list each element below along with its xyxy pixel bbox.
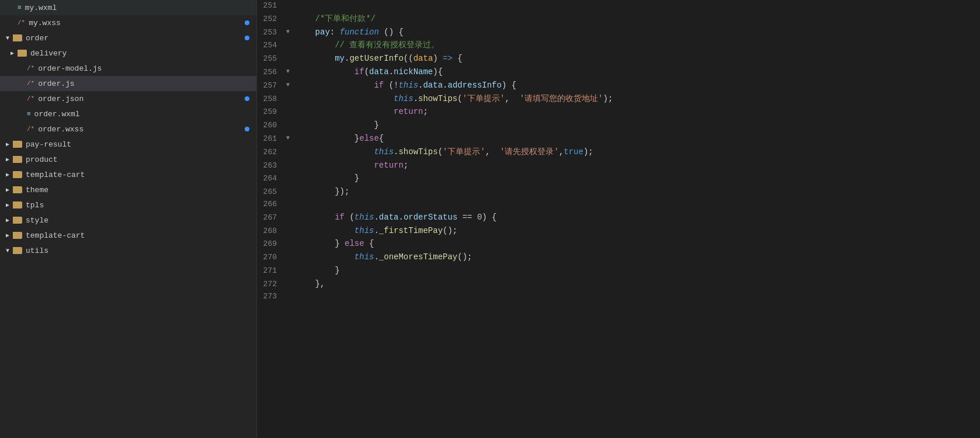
sidebar-item-order-json[interactable]: /* order.json (0, 91, 256, 106)
line-num-258: 258 (257, 92, 286, 106)
fold-257: ▼ (286, 79, 296, 92)
code-267: if (this.data.orderStatus == 0) { (296, 211, 980, 224)
sidebar-label-pay-result: pay-result (26, 140, 71, 149)
code-260: } (296, 119, 980, 132)
sidebar-label-template-cart2: template-cart (26, 231, 85, 240)
sidebar-label-theme: theme (26, 186, 48, 194)
code-editor[interactable]: 251 252 /*下单和付款*/ 253 ▼ pay: function ()… (257, 0, 980, 438)
line-num-272: 272 (257, 277, 286, 291)
code-254: // 查看有没有授权登录过。 (296, 39, 980, 52)
code-266 (296, 199, 980, 211)
code-259: return; (296, 105, 980, 119)
sidebar-item-my-wxml[interactable]: ≡ my.wxml (0, 0, 256, 15)
sidebar-item-my-wxss[interactable]: /* my.wxss (0, 15, 256, 30)
modified-dot-my-wxss (245, 20, 249, 25)
sidebar-item-order-wxml[interactable]: ≡ order.wxml (0, 106, 256, 121)
line-num-256: 256 (257, 65, 286, 79)
fold-273 (286, 291, 296, 303)
code-263: return; (296, 159, 980, 172)
sidebar-item-order-model-js[interactable]: /* order-model.js (0, 61, 256, 76)
sidebar-label-my-wxss: my.wxss (29, 19, 61, 27)
code-258: this.showTips('下单提示', '请填写您的收货地址'); (296, 92, 980, 106)
folder-icon-delivery (18, 50, 27, 57)
line-num-263: 263 (257, 159, 286, 172)
line-258: 258 this.showTips('下单提示', '请填写您的收货地址'); (257, 92, 980, 106)
sidebar-item-utils[interactable]: utils (0, 243, 256, 258)
fold-253: ▼ (286, 26, 296, 39)
code-273 (296, 291, 980, 303)
js-icon-order: /* (27, 80, 34, 87)
fold-272 (286, 277, 296, 291)
line-num-266: 266 (257, 199, 286, 211)
line-254: 254 // 查看有没有授权登录过。 (257, 39, 980, 52)
sidebar-item-delivery[interactable]: delivery (0, 46, 256, 61)
line-259: 259 return; (257, 105, 980, 119)
code-262: this.showTips('下单提示', '请先授权登录',true); (296, 145, 980, 159)
code-253: pay: function () { (296, 26, 980, 39)
line-num-252: 252 (257, 12, 286, 26)
line-num-261: 261 (257, 132, 286, 145)
folder-icon-style (13, 217, 22, 224)
fold-251 (286, 0, 296, 12)
folder-icon-product (13, 156, 22, 163)
arrow-product (5, 156, 11, 163)
fold-265 (286, 185, 296, 199)
sidebar-item-order[interactable]: order (0, 30, 256, 46)
sidebar-item-order-wxss[interactable]: /* order.wxss (0, 121, 256, 137)
line-num-268: 268 (257, 224, 286, 238)
line-263: 263 return; (257, 159, 980, 172)
arrow-theme (5, 186, 11, 193)
line-num-264: 264 (257, 172, 286, 185)
line-num-255: 255 (257, 52, 286, 65)
css-icon: /* (18, 19, 25, 26)
xml-icon: ≡ (18, 4, 22, 11)
line-num-253: 253 (257, 26, 286, 39)
folder-icon-utils (13, 247, 22, 254)
modified-dot-order-wxss (245, 127, 249, 131)
line-272: 272 }, (257, 277, 980, 291)
sidebar-item-tpls[interactable]: tpls (0, 197, 256, 213)
line-273: 273 (257, 291, 980, 303)
xml-icon-order: ≡ (27, 110, 31, 117)
sidebar-item-template-cart2[interactable]: template-cart (0, 228, 256, 243)
fold-269 (286, 237, 296, 251)
sidebar-label-order: order (26, 34, 48, 43)
modified-dot-order (245, 36, 249, 40)
line-261: 261 ▼ }else{ (257, 132, 980, 145)
code-261: }else{ (296, 132, 980, 145)
code-272: }, (296, 277, 980, 291)
sidebar-item-order-js[interactable]: /* order.js (0, 76, 256, 91)
code-271: } (296, 264, 980, 277)
sidebar-item-template-cart[interactable]: template-cart (0, 167, 256, 182)
sidebar-item-style[interactable]: style (0, 213, 256, 228)
folder-icon-order (13, 34, 22, 41)
code-256: if(data.nickName){ (296, 65, 980, 79)
fold-258 (286, 92, 296, 106)
line-252: 252 /*下单和付款*/ (257, 12, 980, 26)
code-270: this._oneMoresTimePay(); (296, 251, 980, 264)
folder-icon-template-cart (13, 171, 22, 178)
sidebar-item-pay-result[interactable]: pay-result (0, 137, 256, 152)
line-num-257: 257 (257, 79, 286, 92)
file-explorer: ≡ my.wxml /* my.wxss order delivery /* o… (0, 0, 257, 438)
line-num-260: 260 (257, 119, 286, 132)
line-num-267: 267 (257, 211, 286, 224)
line-num-254: 254 (257, 39, 286, 52)
line-num-271: 271 (257, 264, 286, 277)
fold-252 (286, 12, 296, 26)
json-icon-order: /* (27, 95, 34, 102)
sidebar-label-tpls: tpls (26, 201, 44, 210)
code-lines: 251 252 /*下单和付款*/ 253 ▼ pay: function ()… (257, 0, 980, 314)
fold-256: ▼ (286, 65, 296, 79)
line-264: 264 } (257, 172, 980, 185)
sidebar-label-template-cart: template-cart (26, 171, 85, 179)
line-251: 251 (257, 0, 980, 12)
fold-268 (286, 224, 296, 238)
sidebar-item-theme[interactable]: theme (0, 182, 256, 197)
code-265: }); (296, 185, 980, 199)
folder-icon-template-cart2 (13, 232, 22, 239)
line-267: 267 if (this.data.orderStatus == 0) { (257, 211, 980, 224)
sidebar-item-product[interactable]: product (0, 152, 256, 167)
line-255: 255 my.getUserInfo((data) => { (257, 52, 980, 65)
code-255: my.getUserInfo((data) => { (296, 52, 980, 65)
